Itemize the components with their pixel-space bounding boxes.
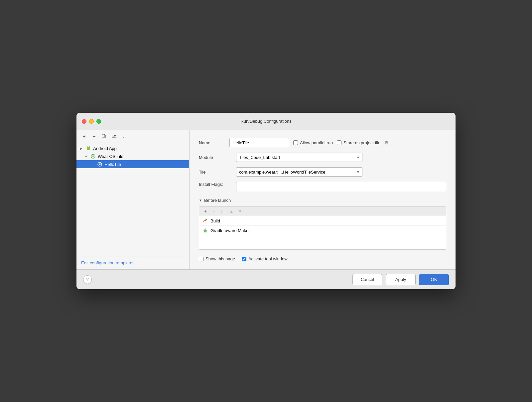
dialog-title: Run/Debug Configurations — [240, 119, 291, 124]
tile-select-wrapper: com.example.wear.til...HelloWorldTileSer… — [236, 167, 362, 177]
maximize-button[interactable] — [96, 119, 101, 124]
main-content: + − ↕ — [76, 130, 456, 269]
name-label: Name: — [199, 140, 225, 145]
allow-parallel-run-group[interactable]: Allow parallel run — [293, 140, 333, 145]
svg-text:↕: ↕ — [122, 134, 124, 138]
store-as-project-file-label: Store as project file — [343, 140, 380, 145]
before-launch-box: + − ▲ ▼ — [199, 206, 446, 250]
before-launch-title: Before launch — [204, 198, 231, 203]
expand-arrow-wear-os-tile: ▼ — [84, 155, 88, 158]
ok-button[interactable]: OK — [419, 274, 449, 285]
bottom-bar: ? Cancel Apply OK — [76, 269, 456, 289]
expand-arrow-android-app: ▶ — [80, 147, 84, 150]
sidebar-item-hello-tile[interactable]: HelloTile — [76, 160, 189, 168]
activate-tool-window-checkbox[interactable] — [242, 257, 246, 261]
hello-tile-label: HelloTile — [104, 162, 121, 167]
add-config-button[interactable]: + — [80, 133, 88, 140]
edit-templates-link[interactable]: Edit configuration templates... — [81, 260, 138, 265]
run-debug-configurations-dialog: Run/Debug Configurations + − — [76, 113, 456, 289]
tile-label: Tile — [199, 170, 232, 175]
store-as-project-file-checkbox[interactable] — [337, 140, 341, 145]
name-input[interactable] — [229, 138, 289, 147]
right-panel: Name: Allow parallel run Store as projec… — [190, 130, 456, 269]
bl-item-build[interactable]: Build — [199, 216, 446, 226]
before-launch-list: Build — [199, 216, 446, 249]
svg-rect-1 — [102, 134, 105, 137]
svg-line-6 — [89, 146, 90, 147]
sidebar-item-wear-os-tile[interactable]: ▼ Wear OS Tile — [76, 152, 189, 160]
show-this-page-group[interactable]: Show this page — [199, 256, 235, 261]
gradle-icon — [202, 228, 208, 233]
left-toolbar: + − ↕ — [76, 130, 189, 143]
edit-templates-link-container: Edit configuration templates... — [76, 256, 189, 269]
before-launch-toolbar: + − ▲ ▼ — [199, 206, 446, 216]
wear-os-tile-label: Wear OS Tile — [98, 154, 123, 159]
name-row: Name: Allow parallel run Store as projec… — [199, 138, 446, 147]
install-flags-row: Install Flags: — [199, 182, 446, 191]
bottom-actions: Cancel Apply OK — [352, 274, 449, 285]
svg-point-9 — [93, 156, 94, 157]
bl-item-build-label: Build — [210, 218, 220, 223]
wear-os-icon — [90, 154, 96, 159]
activate-tool-window-group[interactable]: Activate tool window — [242, 256, 288, 261]
gear-icon[interactable]: ⚙ — [384, 140, 389, 145]
svg-line-5 — [87, 146, 88, 147]
svg-point-18 — [204, 230, 204, 230]
bl-up-button[interactable]: ▲ — [228, 208, 235, 214]
window-controls — [82, 119, 101, 124]
config-tree: ▶ Android App ▼ — [76, 143, 189, 256]
show-this-page-label: Show this page — [205, 256, 235, 261]
store-as-project-file-group[interactable]: Store as project file — [337, 140, 380, 145]
android-icon — [86, 146, 91, 151]
apply-button[interactable]: Apply — [386, 274, 416, 285]
before-launch-section: ▼ Before launch + − ▲ ▼ — [199, 198, 446, 261]
save-to-folder-button[interactable] — [110, 133, 118, 140]
bl-down-button[interactable]: ▼ — [236, 208, 244, 214]
module-row: Module Tiles_Code_Lab.start ▼ — [199, 153, 446, 162]
svg-point-19 — [206, 230, 206, 230]
allow-parallel-run-label: Allow parallel run — [300, 140, 333, 145]
bl-item-gradle-label: Gradle-aware Make — [210, 228, 248, 233]
cancel-button[interactable]: Cancel — [352, 274, 382, 285]
svg-point-12 — [99, 164, 100, 165]
close-button[interactable] — [82, 119, 86, 124]
hello-tile-icon — [97, 162, 102, 167]
module-select[interactable]: Tiles_Code_Lab.start — [236, 153, 362, 162]
sort-button[interactable]: ↕ — [120, 133, 128, 140]
allow-parallel-run-checkbox[interactable] — [293, 140, 298, 145]
before-launch-header: ▼ Before launch — [199, 198, 446, 203]
android-app-label: Android App — [93, 146, 117, 151]
activate-tool-window-label: Activate tool window — [248, 256, 288, 261]
show-this-page-checkbox[interactable] — [199, 257, 203, 261]
titlebar: Run/Debug Configurations — [76, 113, 456, 130]
before-launch-toggle[interactable]: ▼ — [199, 199, 202, 202]
copy-config-button[interactable] — [100, 133, 108, 140]
module-select-wrapper: Tiles_Code_Lab.start ▼ — [236, 153, 362, 162]
left-panel: + − ↕ — [76, 130, 190, 269]
module-label: Module — [199, 155, 232, 160]
install-flags-label: Install Flags: — [199, 182, 232, 187]
help-button[interactable]: ? — [83, 275, 92, 284]
bl-add-button[interactable]: + — [202, 208, 209, 214]
tile-row: Tile com.example.wear.til...HelloWorldTi… — [199, 167, 446, 177]
remove-config-button[interactable]: − — [90, 133, 98, 140]
build-icon — [202, 218, 208, 223]
bl-item-gradle[interactable]: Gradle-aware Make — [199, 226, 446, 235]
bl-edit-button[interactable] — [219, 208, 226, 214]
bl-remove-button[interactable]: − — [210, 208, 218, 214]
sidebar-item-android-app[interactable]: ▶ Android App — [76, 144, 189, 152]
minimize-button[interactable] — [89, 119, 94, 124]
install-flags-input[interactable] — [236, 182, 446, 191]
checkboxes-row: Show this page Activate tool window — [199, 256, 446, 261]
tile-select[interactable]: com.example.wear.til...HelloWorldTileSer… — [236, 167, 362, 177]
